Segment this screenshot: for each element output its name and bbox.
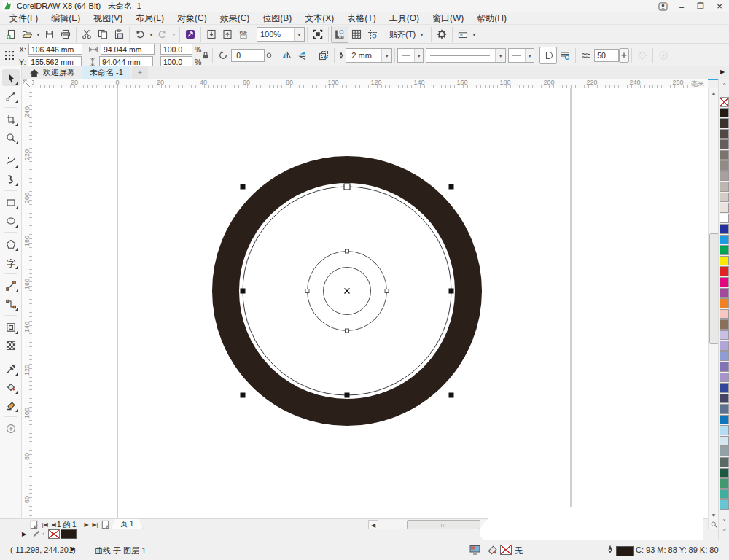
menu-2[interactable]: 编辑(E)	[44, 12, 87, 24]
menu-4[interactable]: 布局(L)	[129, 12, 171, 24]
account-icon[interactable]	[653, 1, 672, 12]
menu-6[interactable]: 效果(C)	[214, 12, 257, 24]
node-handle[interactable]	[346, 249, 349, 253]
first-page-button[interactable]: |◀	[41, 520, 49, 529]
options-button[interactable]	[434, 26, 450, 42]
artistic-media-tool[interactable]	[2, 171, 20, 187]
zoom-fit-button[interactable]	[709, 520, 719, 529]
maximize-button[interactable]: ❐	[691, 1, 710, 12]
palette-swatch-16[interactable]	[720, 266, 729, 276]
last-page-button[interactable]: ▶|	[91, 520, 99, 529]
palette-swatch-24[interactable]	[720, 351, 729, 362]
text-properties-button[interactable]	[557, 47, 573, 63]
selection-handle[interactable]	[241, 289, 246, 294]
outline-width-dropdown-icon[interactable]: ▼	[381, 49, 391, 62]
palette-swatch-21[interactable]	[720, 319, 729, 330]
horizontal-ruler[interactable]: 毫米 4020020406080100120140160180200220240…	[32, 79, 708, 89]
palette-swatch-25[interactable]	[720, 362, 729, 372]
copy-button[interactable]	[95, 26, 111, 42]
palette-scroll-up-icon[interactable]: ⌃	[719, 80, 729, 90]
lock-ratio-button[interactable]	[201, 47, 210, 63]
drop-shadow-tool[interactable]	[2, 319, 20, 335]
y-position-field[interactable]	[28, 56, 82, 67]
search-content-button[interactable]	[182, 26, 198, 42]
application-launcher-button[interactable]	[455, 26, 471, 42]
selection-handle[interactable]	[449, 289, 454, 294]
new-document-button[interactable]	[3, 26, 19, 42]
shape-tool[interactable]	[2, 88, 20, 104]
palette-swatch-1[interactable]	[720, 108, 729, 118]
palette-swatch-32[interactable]	[720, 436, 729, 446]
redo-button[interactable]	[155, 26, 171, 42]
smart-fill-tool[interactable]	[2, 397, 20, 413]
mirror-vertical-button[interactable]	[295, 47, 311, 63]
palette-swatch-29[interactable]	[720, 404, 729, 414]
palette-swatch-31[interactable]	[720, 425, 729, 435]
tab-document[interactable]: 未命名 -1	[82, 66, 130, 79]
scroll-down-button[interactable]: ▼	[709, 510, 719, 520]
open-dropdown-icon[interactable]: ▼	[35, 32, 42, 37]
status-flyout-icon[interactable]: ▶	[71, 545, 75, 552]
interactive-fill-tool[interactable]	[2, 378, 20, 395]
pen-mini-icon[interactable]	[32, 530, 40, 538]
arrow-end-combo[interactable]: ▼	[508, 48, 534, 63]
palette-swatch-2[interactable]	[720, 118, 729, 128]
polygon-tool[interactable]	[2, 236, 20, 252]
smoothness-field[interactable]	[594, 49, 619, 62]
palette-swatch-12[interactable]	[720, 224, 729, 234]
palette-swatch-18[interactable]	[720, 288, 729, 298]
page-tab[interactable]: 页 1	[111, 519, 143, 529]
undo-dropdown-icon[interactable]: ▼	[148, 32, 155, 37]
edit-fill-tool[interactable]	[2, 420, 20, 437]
export-button[interactable]	[219, 26, 235, 42]
transparency-tool[interactable]	[2, 337, 20, 354]
palette-swatch-28[interactable]	[720, 394, 729, 404]
smoothness-stepper[interactable]	[619, 48, 629, 63]
drawing-canvas[interactable]	[32, 88, 708, 518]
palette-swatch-7[interactable]	[720, 171, 729, 182]
palette-expand-icon[interactable]: »	[719, 524, 729, 534]
palette-swatch-9[interactable]	[720, 192, 729, 203]
menu-10[interactable]: 工具(O)	[383, 12, 426, 24]
zoom-dropdown-icon[interactable]: ▼	[294, 28, 304, 41]
show-guidelines-button[interactable]	[364, 26, 381, 42]
rotation-angle-field[interactable]	[231, 49, 265, 62]
menu-1[interactable]: 文件(F)	[3, 12, 44, 24]
menu-12[interactable]: 帮助(H)	[470, 12, 513, 24]
rectangle-tool[interactable]	[2, 194, 20, 211]
tab-welcome-screen[interactable]: 欢迎屏幕	[22, 66, 82, 79]
fill-status-icon[interactable]	[487, 545, 498, 556]
palette-swatch-33[interactable]	[720, 446, 729, 456]
palette-swatch-10[interactable]	[720, 203, 729, 213]
palette-swatch-11[interactable]	[720, 214, 729, 224]
palette-swatch-5[interactable]	[720, 150, 729, 160]
palette-swatch-30[interactable]	[720, 415, 729, 425]
import-button[interactable]	[203, 26, 219, 42]
flyout-triangle-icon[interactable]: ▶	[22, 531, 26, 537]
redo-dropdown-icon[interactable]: ▼	[171, 32, 177, 37]
palette-swatch-23[interactable]	[720, 341, 729, 351]
fullscreen-preview-button[interactable]	[310, 26, 326, 42]
palette-swatch-6[interactable]	[720, 160, 729, 171]
object-height-field[interactable]	[99, 56, 153, 67]
menu-5[interactable]: 对象(C)	[171, 12, 214, 24]
tab-scroll-button[interactable]: ▶	[717, 66, 728, 77]
palette-swatch-20[interactable]	[720, 309, 729, 319]
paste-button[interactable]	[111, 26, 127, 42]
pick-tool[interactable]	[2, 69, 20, 86]
wrap-text-button[interactable]	[539, 47, 557, 64]
palette-swatch-26[interactable]	[720, 373, 729, 383]
menu-11[interactable]: 窗口(W)	[426, 12, 470, 24]
selection-handle[interactable]	[241, 393, 246, 398]
scale-vertical-field[interactable]	[160, 56, 192, 67]
palette-swatch-37[interactable]	[720, 489, 729, 499]
mirror-horizontal-button[interactable]	[278, 47, 295, 63]
selection-handle[interactable]	[345, 393, 350, 398]
palette-swatch-27[interactable]	[720, 383, 729, 393]
ellipse-node-handle[interactable]	[344, 184, 350, 190]
color-eyedropper-tool[interactable]	[2, 360, 20, 377]
show-rulers-button[interactable]	[331, 26, 348, 43]
scale-horizontal-field[interactable]	[160, 44, 192, 55]
snap-dropdown-icon[interactable]: ▼	[418, 32, 425, 37]
outline-width-combo[interactable]: .2 mm ▼	[346, 48, 392, 63]
